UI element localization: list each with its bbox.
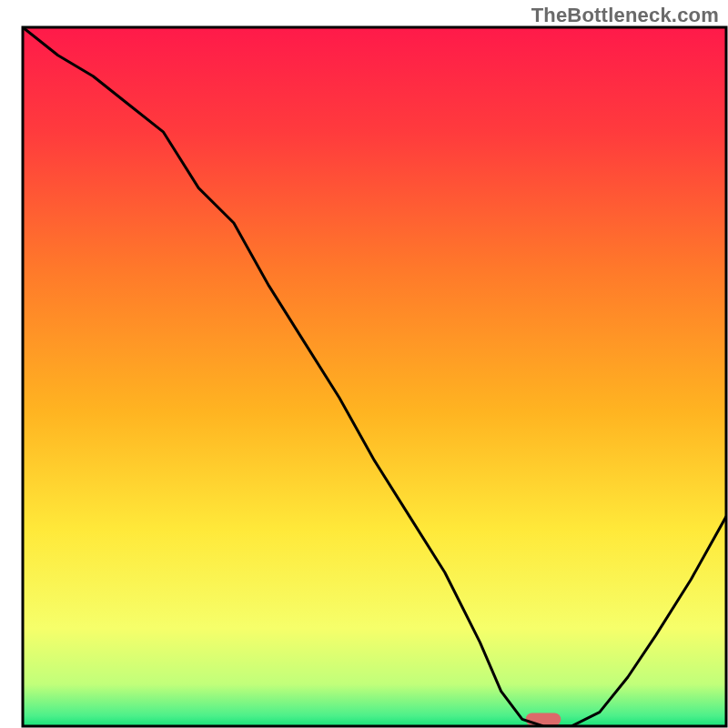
optimal-marker: [526, 713, 561, 726]
bottleneck-chart: TheBottleneck.com: [0, 0, 728, 728]
chart-svg: [0, 0, 728, 728]
gradient-background: [23, 27, 726, 726]
svg-rect-1: [526, 713, 561, 726]
